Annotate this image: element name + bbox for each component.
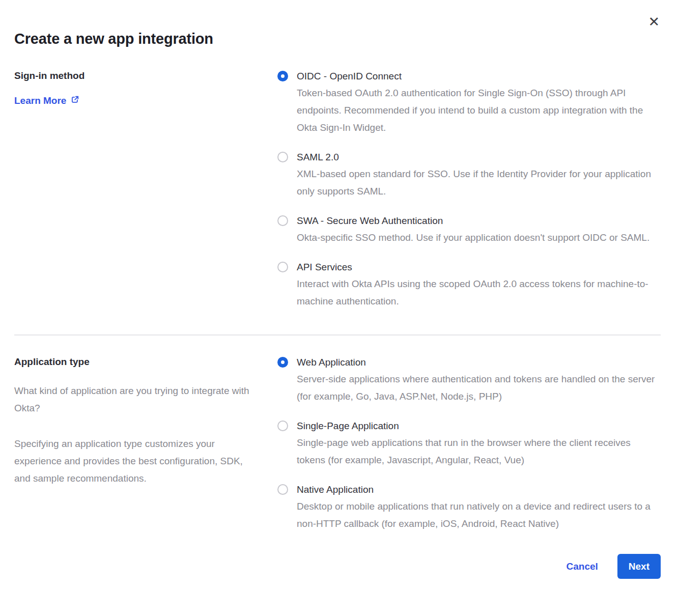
option-native-application-description: Desktop or mobile applications that run …: [297, 498, 658, 533]
radio-spa[interactable]: [277, 421, 288, 431]
option-api-services-description: Interact with Okta APIs using the scoped…: [297, 275, 658, 310]
option-spa[interactable]: Single-Page Application Single-page web …: [277, 419, 658, 469]
signin-method-left-column: Sign-in method Learn More: [14, 70, 277, 310]
application-type-description-1: What kind of application are you trying …: [14, 382, 254, 417]
section-divider: [14, 334, 661, 335]
signin-method-section: Sign-in method Learn More OIDC - OpenID …: [14, 70, 661, 310]
option-api-services[interactable]: API Services Interact with Okta APIs usi…: [277, 261, 658, 310]
learn-more-link[interactable]: Learn More: [14, 95, 79, 106]
create-app-integration-dialog: ✕ Create a new app integration Sign-in m…: [0, 0, 678, 579]
close-icon[interactable]: ✕: [648, 15, 660, 29]
option-api-services-label[interactable]: API Services: [297, 261, 658, 273]
radio-api-services[interactable]: [277, 262, 288, 272]
radio-native-application[interactable]: [277, 484, 288, 495]
option-spa-description: Single-page web applications that run in…: [297, 434, 658, 469]
option-swa-label[interactable]: SWA - Secure Web Authentication: [297, 214, 649, 227]
signin-method-options: OIDC - OpenID Connect Token-based OAuth …: [277, 70, 658, 310]
application-type-section: Application type What kind of applicatio…: [14, 356, 661, 533]
external-link-icon: [71, 95, 79, 106]
application-type-left-column: Application type What kind of applicatio…: [14, 356, 277, 533]
option-spa-label[interactable]: Single-Page Application: [297, 419, 658, 432]
option-swa[interactable]: SWA - Secure Web Authentication Okta-spe…: [277, 214, 658, 246]
option-native-application-label[interactable]: Native Application: [297, 483, 658, 496]
option-saml[interactable]: SAML 2.0 XML-based open standard for SSO…: [277, 151, 658, 200]
option-oidc-description: Token-based OAuth 2.0 authentication for…: [297, 85, 658, 136]
learn-more-label: Learn More: [14, 95, 66, 106]
option-web-application-label[interactable]: Web Application: [297, 356, 658, 369]
page-title: Create a new app integration: [14, 31, 661, 47]
option-oidc-label[interactable]: OIDC - OpenID Connect: [297, 70, 658, 82]
option-web-application-description: Server-side applications where authentic…: [297, 371, 658, 405]
option-oidc[interactable]: OIDC - OpenID Connect Token-based OAuth …: [277, 70, 658, 136]
radio-oidc[interactable]: [277, 71, 288, 81]
application-type-options: Web Application Server-side applications…: [277, 356, 658, 533]
application-type-label: Application type: [14, 356, 254, 368]
option-saml-label[interactable]: SAML 2.0: [297, 151, 658, 163]
cancel-button[interactable]: Cancel: [567, 561, 598, 572]
option-swa-description: Okta-specific SSO method. Use if your ap…: [297, 229, 649, 246]
application-type-description-2: Specifying an application type customize…: [14, 435, 254, 487]
next-button[interactable]: Next: [617, 554, 661, 579]
option-native-application[interactable]: Native Application Desktop or mobile app…: [277, 483, 658, 533]
radio-saml[interactable]: [277, 152, 288, 162]
dialog-footer: Cancel Next: [14, 554, 661, 579]
radio-swa[interactable]: [277, 215, 288, 226]
signin-method-label: Sign-in method: [14, 70, 254, 82]
option-web-application[interactable]: Web Application Server-side applications…: [277, 356, 658, 405]
option-saml-description: XML-based open standard for SSO. Use if …: [297, 165, 658, 200]
radio-web-application[interactable]: [277, 357, 288, 368]
